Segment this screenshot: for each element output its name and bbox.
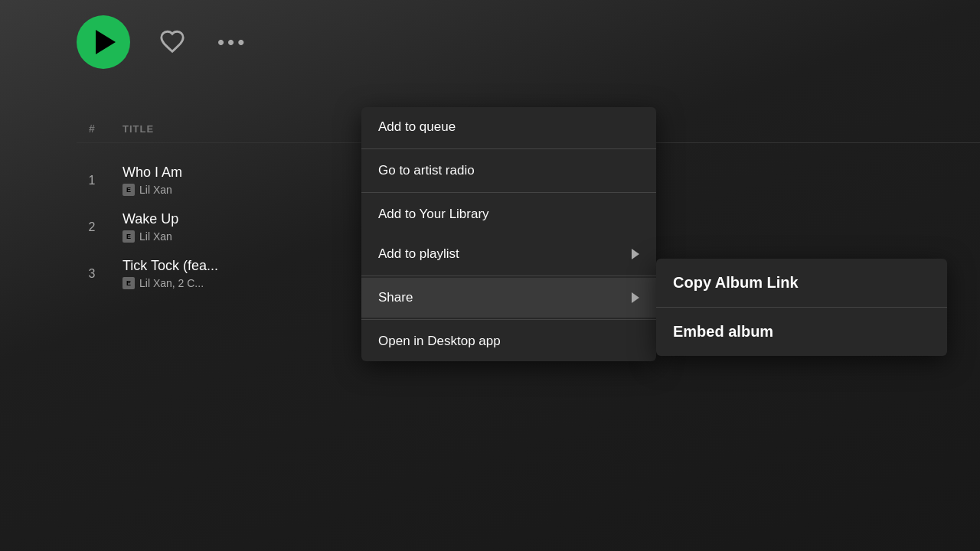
like-button[interactable] [153, 23, 191, 61]
artist-name: Lil Xan [139, 184, 172, 196]
more-dots-icon: ••• [217, 31, 247, 54]
context-menu: Add to queue Go to artist radio Add to Y… [361, 107, 656, 361]
track-number-header: # [77, 122, 107, 135]
submenu-item-label: Embed album [673, 323, 773, 340]
track-name: Wake Up [122, 211, 178, 227]
menu-item-label: Add to playlist [378, 246, 459, 262]
menu-item-open-in-desktop[interactable]: Open in Desktop app [361, 321, 656, 361]
artist-name: Lil Xan [139, 230, 172, 243]
track-title-header: TITLE [122, 123, 154, 135]
menu-divider [361, 192, 656, 193]
explicit-badge: E [122, 277, 135, 289]
menu-item-share[interactable]: Share [361, 278, 656, 318]
play-button[interactable] [77, 15, 130, 69]
explicit-badge: E [122, 184, 135, 196]
menu-divider [361, 319, 656, 320]
track-name: Tick Tock (fea... [122, 258, 218, 274]
track-info: Tick Tock (fea... E Lil Xan, 2 C... [122, 258, 218, 289]
artist-name: Lil Xan, 2 C... [139, 277, 204, 289]
menu-item-label: Add to queue [378, 119, 456, 135]
track-artist-row: E Lil Xan, 2 C... [122, 277, 218, 289]
more-options-button[interactable]: ••• [214, 31, 250, 54]
menu-divider [361, 276, 656, 276]
menu-item-add-to-playlist[interactable]: Add to playlist [361, 234, 656, 274]
play-icon [96, 30, 116, 54]
menu-divider [361, 148, 656, 149]
top-controls: ••• [77, 15, 250, 69]
track-info: Wake Up E Lil Xan [122, 211, 178, 243]
track-number: 1 [77, 174, 107, 187]
submenu-item-label: Copy Album Link [673, 274, 799, 291]
menu-item-label: Go to artist radio [378, 163, 475, 178]
share-submenu: Copy Album Link Embed album [656, 259, 947, 356]
menu-item-add-to-queue[interactable]: Add to queue [361, 107, 656, 147]
menu-item-label: Add to Your Library [378, 207, 489, 222]
menu-item-label: Share [378, 290, 413, 305]
menu-item-label: Open in Desktop app [378, 334, 501, 349]
submenu-item-copy-album-link[interactable]: Copy Album Link [656, 259, 947, 307]
menu-item-go-to-artist-radio[interactable]: Go to artist radio [361, 151, 656, 191]
submenu-item-embed-album[interactable]: Embed album [656, 308, 947, 356]
explicit-badge: E [122, 230, 135, 243]
track-name: Who I Am [122, 165, 182, 181]
menu-item-add-to-library[interactable]: Add to Your Library [361, 194, 656, 234]
track-number: 3 [77, 267, 107, 281]
track-number: 2 [77, 220, 107, 234]
heart-icon [159, 28, 185, 57]
track-artist-row: E Lil Xan [122, 230, 178, 243]
track-info: Who I Am E Lil Xan [122, 165, 182, 196]
chevron-right-icon [632, 292, 639, 303]
chevron-right-icon [632, 249, 639, 259]
track-artist-row: E Lil Xan [122, 184, 182, 196]
